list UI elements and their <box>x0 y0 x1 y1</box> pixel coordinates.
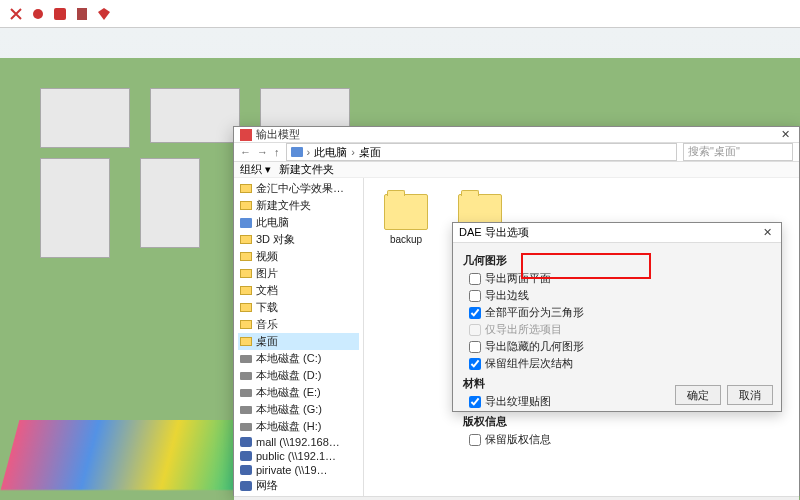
ok-button[interactable]: 确定 <box>675 385 721 405</box>
tree-item-label: public (\\192.1… <box>256 450 336 462</box>
drive-icon <box>240 423 252 431</box>
cancel-button[interactable]: 取消 <box>727 385 773 405</box>
tree-item[interactable]: 音乐 <box>238 316 359 333</box>
tree-item-label: 视频 <box>256 249 278 264</box>
dialog-title: DAE 导出选项 <box>459 225 529 240</box>
folder-item[interactable]: backup <box>380 194 432 245</box>
gem-icon[interactable] <box>96 6 112 22</box>
svg-rect-1 <box>54 8 66 20</box>
tree-item[interactable]: 下载 <box>238 299 359 316</box>
search-input[interactable]: 搜索"桌面" <box>683 143 793 161</box>
tree-item[interactable]: 本地磁盘 (E:) <box>238 384 359 401</box>
pc-icon <box>240 218 252 228</box>
book-icon[interactable] <box>74 6 90 22</box>
selection-only-checkbox: 仅导出所选项目 <box>463 321 771 338</box>
edges-checkbox[interactable]: 导出边线 <box>463 287 771 304</box>
tree-item[interactable]: mall (\\192.168… <box>238 435 359 449</box>
close-icon[interactable]: ✕ <box>777 128 793 141</box>
drive-icon <box>240 372 252 380</box>
tree-item[interactable]: 本地磁盘 (H:) <box>238 418 359 435</box>
tree-item-label: 本地磁盘 (D:) <box>256 368 321 383</box>
tree-item-label: pirivate (\\19… <box>256 464 328 476</box>
tree-item[interactable]: 新建文件夹 <box>238 197 359 214</box>
net-icon <box>240 481 252 491</box>
tree-item[interactable]: 图片 <box>238 265 359 282</box>
tree-item-label: 本地磁盘 (G:) <box>256 402 322 417</box>
highlight-box <box>521 253 651 279</box>
tree-item-label: 下载 <box>256 300 278 315</box>
organize-button[interactable]: 组织 ▾ <box>240 162 271 177</box>
new-folder-button[interactable]: 新建文件夹 <box>279 162 334 177</box>
tree-item[interactable]: 桌面 <box>238 333 359 350</box>
tree-item-label: 3D 对象 <box>256 232 295 247</box>
crumb[interactable]: 此电脑 <box>314 145 347 160</box>
svg-marker-3 <box>98 8 110 20</box>
scissors-icon[interactable] <box>8 6 24 22</box>
tree-item-label: 本地磁盘 (C:) <box>256 351 321 366</box>
drive-icon <box>240 389 252 397</box>
tree-item-label: 网络 <box>256 478 278 493</box>
folder-icon <box>240 320 252 329</box>
dialog-titlebar[interactable]: DAE 导出选项 ✕ <box>453 223 781 243</box>
tree-item[interactable]: 本地磁盘 (C:) <box>238 350 359 367</box>
svg-rect-4 <box>240 129 252 141</box>
tree-item-label: 图片 <box>256 266 278 281</box>
tree-item-label: mall (\\192.168… <box>256 436 340 448</box>
tree-item-label: 文档 <box>256 283 278 298</box>
credits-checkbox[interactable]: 保留版权信息 <box>463 431 771 448</box>
folder-icon <box>240 303 252 312</box>
net-icon <box>240 465 252 475</box>
dialog-titlebar[interactable]: 输出模型 ✕ <box>234 127 799 143</box>
model-building <box>40 158 110 258</box>
dae-options-dialog: DAE 导出选项 ✕ 几何图形 导出两面平面 导出边线 全部平面分为三角形 仅导… <box>452 222 782 412</box>
svg-point-0 <box>33 9 43 19</box>
tree-item[interactable]: 此电脑 <box>238 214 359 231</box>
tree-item-label: 金汇中心学效果… <box>256 181 344 196</box>
tree-item[interactable]: 本地磁盘 (D:) <box>238 367 359 384</box>
tree-item[interactable]: public (\\192.1… <box>238 449 359 463</box>
nav-up-icon[interactable]: ↑ <box>274 146 280 158</box>
folder-icon <box>240 235 252 244</box>
folder-icon <box>240 269 252 278</box>
folder-icon <box>240 337 252 346</box>
close-icon[interactable]: ✕ <box>759 226 775 239</box>
tree-item-label: 此电脑 <box>256 215 289 230</box>
tree-item[interactable]: 网络 <box>238 477 359 494</box>
tree-item[interactable]: 文档 <box>238 282 359 299</box>
dice-icon[interactable] <box>52 6 68 22</box>
triangulate-checkbox[interactable]: 全部平面分为三角形 <box>463 304 771 321</box>
tree-item-label: 桌面 <box>256 334 278 349</box>
folder-icon <box>240 201 252 210</box>
tree-item[interactable]: pirivate (\\19… <box>238 463 359 477</box>
folder-name: backup <box>380 234 432 245</box>
model-building <box>1 420 260 490</box>
nav-forward-icon[interactable]: → <box>257 146 268 158</box>
folder-icon <box>240 286 252 295</box>
preserve-hierarchy-checkbox[interactable]: 保留组件层次结构 <box>463 355 771 372</box>
nav-back-icon[interactable]: ← <box>240 146 251 158</box>
folder-icon <box>384 194 428 230</box>
net-icon <box>240 451 252 461</box>
tree-item-label: 音乐 <box>256 317 278 332</box>
group-credits: 版权信息 <box>463 414 771 429</box>
crumb[interactable]: 桌面 <box>359 145 381 160</box>
folder-icon <box>240 252 252 261</box>
breadcrumb[interactable]: › 此电脑 › 桌面 <box>286 143 678 161</box>
tree-item[interactable]: 本地磁盘 (G:) <box>238 401 359 418</box>
svg-rect-2 <box>77 8 87 20</box>
cut-icon[interactable] <box>30 6 46 22</box>
hidden-geom-checkbox[interactable]: 导出隐藏的几何图形 <box>463 338 771 355</box>
tree-item[interactable]: 金汇中心学效果… <box>238 180 359 197</box>
main-toolbar <box>0 0 800 28</box>
tree-item-label: 新建文件夹 <box>256 198 311 213</box>
net-icon <box>240 437 252 447</box>
tree-item-label: 本地磁盘 (H:) <box>256 419 321 434</box>
tree-item[interactable]: 3D 对象 <box>238 231 359 248</box>
folder-tree[interactable]: 金汇中心学效果…新建文件夹此电脑3D 对象视频图片文档下载音乐桌面本地磁盘 (C… <box>234 178 364 496</box>
drive-icon <box>240 406 252 414</box>
drive-icon <box>240 355 252 363</box>
tree-item[interactable]: 视频 <box>238 248 359 265</box>
model-building <box>140 158 200 248</box>
pc-icon <box>291 147 303 157</box>
tree-item-label: 本地磁盘 (E:) <box>256 385 321 400</box>
